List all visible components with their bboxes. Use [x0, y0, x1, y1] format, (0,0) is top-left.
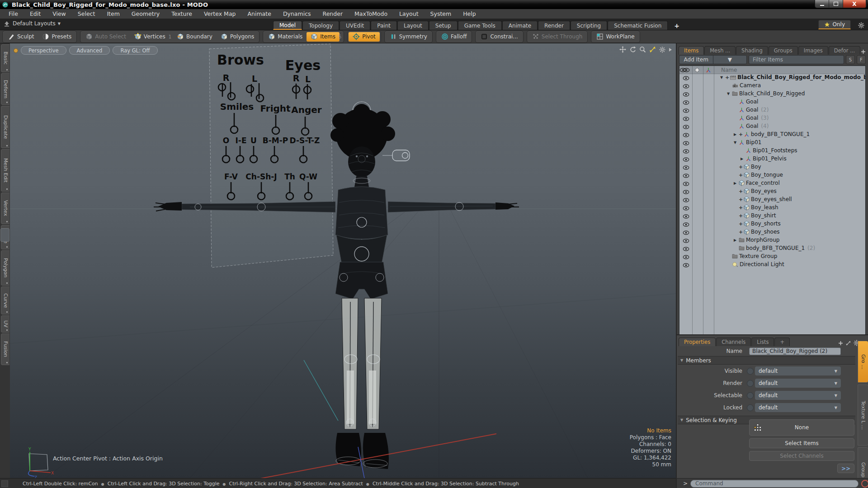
tree-row[interactable]: ▼Black_Child_Boy_Rigged [679, 90, 865, 98]
vertices-button[interactable]: Vertices [130, 32, 170, 42]
eye-icon[interactable] [683, 133, 689, 137]
tab-layout[interactable]: Layout [397, 21, 429, 30]
add-child-icon[interactable]: + [739, 213, 742, 219]
eye-icon[interactable] [683, 230, 689, 235]
add-layout-tab[interactable]: + [668, 21, 685, 30]
record-macro-icon[interactable] [861, 480, 868, 488]
left-tab-uv[interactable]: UV [1, 315, 9, 333]
items-button[interactable]: Items [307, 32, 340, 42]
move-icon[interactable] [619, 46, 626, 53]
props-tab-lists[interactable]: Lists [751, 338, 774, 346]
tree-row[interactable]: ▶Bip01_Pelvis [679, 155, 865, 163]
menu-help[interactable]: Help [457, 9, 482, 19]
viewport-3d[interactable]: BrowsEyesRLRLSmilesFrightAngerOI-EUB-M-P… [10, 43, 676, 478]
pin-layout-icon[interactable] [4, 21, 10, 27]
search-mode-button[interactable]: S [846, 55, 855, 64]
tree-row[interactable]: Goal(4) [679, 122, 865, 131]
magnifier-icon[interactable] [639, 46, 646, 53]
constrai-button[interactable]: Constrai... [476, 32, 522, 42]
eye-icon[interactable] [683, 117, 689, 121]
menu-vertex-map[interactable]: Vertex Map [198, 9, 242, 19]
sculpt-button[interactable]: Sculpt [4, 32, 38, 42]
select-channels-button[interactable]: Select Channels [749, 451, 854, 461]
add-child-icon[interactable]: + [739, 131, 742, 137]
visible-dropdown[interactable]: default▼ [755, 366, 841, 375]
tab-uvedit[interactable]: UVEdit [340, 21, 370, 30]
only-button[interactable]: Only [818, 20, 851, 29]
channel-toggle-icon[interactable] [747, 380, 754, 387]
left-tab-vertex[interactable]: Vertex [1, 192, 9, 224]
locked-dropdown[interactable]: default▼ [755, 403, 841, 412]
tree-row[interactable]: +Boy_leash [679, 204, 865, 212]
raygl-button[interactable]: Ray GL: Off [113, 46, 157, 55]
collapsed-palette[interactable] [0, 228, 9, 242]
tab-render[interactable]: Render [538, 21, 570, 30]
eye-icon[interactable] [683, 255, 689, 259]
eye-icon[interactable] [683, 247, 689, 251]
menu-maxtomodo[interactable]: MaxToModo [349, 9, 393, 19]
left-tab-polygon[interactable]: Polygon [1, 250, 9, 286]
menu-file[interactable]: File [3, 9, 24, 19]
tree-row[interactable]: ▼+Black_Child_Boy_Rigged_for_Modo_modo_b… [679, 74, 865, 82]
tree-row[interactable]: Goal(2) [679, 106, 865, 114]
add-child-icon[interactable]: + [739, 205, 742, 211]
falloff-button[interactable]: Falloff [437, 32, 471, 42]
auto-select-button[interactable]: Auto Select [81, 32, 130, 42]
tab-scripting[interactable]: Scripting [571, 21, 607, 30]
eye-icon[interactable] [683, 100, 689, 105]
expand-icon[interactable]: ▶ [740, 157, 744, 161]
eye-icon[interactable] [683, 222, 689, 227]
tree-row[interactable]: +Boy_shoes [679, 228, 865, 236]
left-tab-curve[interactable]: Curve [1, 286, 9, 314]
more-button[interactable]: >> [837, 464, 854, 473]
items-tab-items[interactable]: Items [679, 46, 704, 55]
left-tab-fusion[interactable]: Fusion [1, 333, 9, 365]
channel-toggle-icon[interactable] [747, 368, 754, 375]
menu-animate[interactable]: Animate [242, 9, 277, 19]
minimize-button[interactable] [815, 0, 829, 8]
channel-toggle-icon[interactable] [747, 404, 754, 411]
add-item-dropdown[interactable]: Add Item ▼ [679, 55, 747, 64]
hierarchy-none-button[interactable]: None [749, 419, 854, 436]
menu-system[interactable]: System [425, 9, 458, 19]
expand-icon[interactable]: ▶ [733, 238, 737, 242]
tree-row[interactable]: body_BFB_TONGUE_1(2) [679, 244, 865, 253]
tree-row[interactable]: Goal(3) [679, 114, 865, 122]
polygons-button[interactable]: Polygons [217, 32, 258, 42]
expand-panel-icon[interactable] [846, 341, 851, 346]
item-name-input[interactable] [749, 347, 841, 355]
tab-setup[interactable]: Setup [429, 21, 458, 30]
menu-render[interactable]: Render [317, 9, 349, 19]
workplane-button[interactable]: WorkPlane [592, 32, 638, 42]
tab-model[interactable]: Model [273, 21, 302, 30]
tree-row[interactable]: ▼Bip01 [679, 139, 865, 147]
collapse-icon[interactable]: ▼ [719, 75, 724, 80]
items-tab-shading[interactable]: Shading [736, 46, 768, 55]
eye-icon[interactable] [683, 141, 689, 145]
expand-icon[interactable]: ▶ [733, 181, 737, 185]
tab-schematic-fusion[interactable]: Schematic Fusion [608, 21, 668, 30]
add-child-icon[interactable]: + [739, 229, 742, 235]
props-tab-+[interactable]: + [774, 338, 790, 346]
add-child-icon[interactable]: + [725, 75, 729, 80]
viewport-state-dot[interactable] [14, 48, 18, 53]
select-through-button[interactable]: Select Through [528, 32, 587, 42]
menu-geometry[interactable]: Geometry [126, 9, 165, 19]
eye-icon[interactable] [683, 198, 689, 202]
pivot-button[interactable]: Pivot [349, 32, 379, 42]
materials-button[interactable]: Materials [264, 32, 307, 42]
rotate-icon[interactable] [629, 46, 636, 53]
menu-view[interactable]: View [47, 9, 72, 19]
collapse-icon[interactable]: ▼ [733, 141, 737, 145]
maximize-button[interactable] [829, 0, 843, 8]
tree-row[interactable]: ▶+body_BFB_TONGUE_1 [679, 131, 865, 139]
left-tab-basic[interactable]: Basic [1, 44, 9, 72]
items-tab-images[interactable]: Images [798, 46, 828, 55]
side-tab-gro[interactable]: Gro ... [858, 341, 868, 383]
tree-row[interactable]: Bip01_Footsteps [679, 147, 865, 155]
menu-layout[interactable]: Layout [393, 9, 425, 19]
expand-icon[interactable]: ▶ [733, 132, 737, 136]
tree-row[interactable]: Directional Light [679, 261, 865, 269]
gear-icon[interactable] [659, 47, 665, 53]
props-tab-channels[interactable]: Channels [716, 338, 751, 346]
